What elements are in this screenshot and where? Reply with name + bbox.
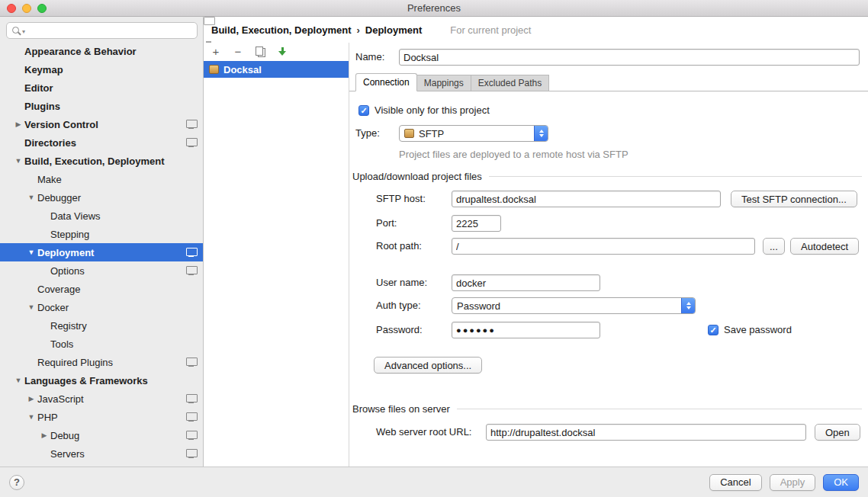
dropdown-stepper-icon bbox=[681, 298, 695, 313]
add-server-button[interactable]: + bbox=[210, 46, 222, 58]
settings-tree: Appearance & Behavior Keymap Editor Plug… bbox=[0, 42, 203, 463]
root-path-label: Root path: bbox=[376, 238, 422, 255]
plus-icon: + bbox=[213, 46, 220, 57]
sidebar-item-required-plugins[interactable]: Required Plugins bbox=[0, 353, 203, 371]
sidebar-item-label: Build, Execution, Deployment bbox=[24, 156, 164, 167]
current-project-icon bbox=[186, 266, 196, 275]
auth-type-label: Auth type: bbox=[376, 297, 421, 314]
current-project-icon bbox=[186, 394, 196, 403]
sidebar-item-directories[interactable]: Directories bbox=[0, 133, 203, 152]
import-server-button[interactable] bbox=[276, 46, 288, 58]
breadcrumb-section[interactable]: Build, Execution, Deployment bbox=[211, 24, 351, 36]
sidebar-item-label: JavaScript bbox=[37, 393, 84, 405]
type-select[interactable]: SFTP bbox=[399, 125, 548, 142]
sidebar-item-coverage[interactable]: Coverage bbox=[0, 280, 203, 298]
sidebar-item-label: Options bbox=[50, 265, 85, 277]
sidebar-item-data-views[interactable]: Data Views bbox=[0, 207, 203, 225]
collapse-arrow-icon[interactable]: ▼ bbox=[12, 377, 24, 384]
sidebar-item-options[interactable]: Options bbox=[0, 261, 203, 280]
apply-button[interactable]: Apply bbox=[770, 474, 816, 491]
footer-bar: ? Cancel Apply OK bbox=[0, 467, 868, 497]
sidebar-item-servers[interactable]: Servers bbox=[0, 444, 203, 463]
password-input[interactable] bbox=[452, 322, 600, 338]
sidebar-item-build-execution-deployment[interactable]: ▼Build, Execution, Deployment bbox=[0, 152, 203, 170]
web-root-label: Web server root URL: bbox=[376, 424, 471, 441]
server-list-item[interactable]: Docksal bbox=[204, 61, 349, 78]
zoom-window-button[interactable] bbox=[37, 4, 47, 13]
server-name: Docksal bbox=[223, 64, 262, 75]
collapse-arrow-icon[interactable]: ▼ bbox=[25, 194, 37, 201]
sidebar-item-label: Tools bbox=[50, 338, 73, 350]
sidebar-item-php[interactable]: ▼PHP bbox=[0, 408, 203, 426]
web-root-input[interactable] bbox=[486, 424, 806, 441]
sidebar-item-registry[interactable]: Registry bbox=[0, 316, 203, 335]
help-button[interactable]: ? bbox=[9, 475, 24, 490]
section-title: Upload/download project files bbox=[352, 171, 482, 182]
sftp-server-icon bbox=[209, 65, 219, 74]
checkbox-checked-icon[interactable]: ✓ bbox=[358, 105, 369, 116]
config-tabs: Connection Mappings Excluded Paths bbox=[349, 72, 868, 91]
breadcrumb-separator-icon: › bbox=[356, 24, 359, 36]
sidebar-item-label: Keymap bbox=[24, 64, 63, 75]
settings-search-input[interactable] bbox=[27, 24, 194, 37]
checkbox-checked-icon[interactable]: ✓ bbox=[708, 325, 719, 335]
sidebar-item-docker[interactable]: ▼Docker bbox=[0, 298, 203, 316]
tab-mappings[interactable]: Mappings bbox=[416, 75, 471, 91]
breadcrumb: Build, Execution, Deployment › Deploymen… bbox=[204, 17, 868, 43]
collapse-arrow-icon[interactable]: ▼ bbox=[25, 303, 37, 311]
sidebar-item-stepping[interactable]: Stepping bbox=[0, 225, 203, 243]
collapse-arrow-icon[interactable]: ▼ bbox=[25, 413, 37, 421]
sidebar-item-label: Deployment bbox=[37, 247, 94, 258]
tab-excluded-paths[interactable]: Excluded Paths bbox=[471, 75, 549, 91]
browse-section-header: Browse files on server bbox=[352, 402, 862, 415]
user-name-input[interactable] bbox=[452, 274, 600, 291]
ok-button[interactable]: OK bbox=[823, 474, 859, 491]
collapse-arrow-icon[interactable]: ▼ bbox=[12, 157, 24, 165]
sidebar-item-label: Servers bbox=[50, 448, 85, 460]
sidebar-item-appearance-behavior[interactable]: Appearance & Behavior bbox=[0, 42, 203, 60]
copy-server-button[interactable] bbox=[254, 46, 266, 58]
current-project-scope: For current project bbox=[436, 24, 531, 36]
current-project-icon bbox=[436, 25, 445, 34]
tab-connection[interactable]: Connection bbox=[355, 73, 417, 91]
current-project-icon bbox=[186, 248, 196, 257]
browse-root-path-button[interactable]: ... bbox=[763, 238, 785, 255]
settings-sidebar: ▾ Appearance & Behavior Keymap Editor Pl… bbox=[0, 17, 204, 467]
sidebar-item-languages-frameworks[interactable]: ▼Languages & Frameworks bbox=[0, 371, 203, 390]
settings-search[interactable]: ▾ bbox=[6, 22, 198, 39]
auth-type-select[interactable]: Password bbox=[452, 297, 696, 314]
sidebar-item-plugins[interactable]: Plugins bbox=[0, 97, 203, 115]
sidebar-item-deployment[interactable]: ▼Deployment bbox=[0, 243, 203, 261]
section-divider bbox=[489, 176, 862, 177]
close-window-button[interactable] bbox=[7, 4, 16, 13]
remove-server-button[interactable]: − bbox=[232, 46, 244, 58]
open-button[interactable]: Open bbox=[815, 424, 860, 441]
advanced-options-button[interactable]: Advanced options... bbox=[374, 357, 482, 374]
save-password-checkbox-row[interactable]: ✓ Save password bbox=[708, 324, 792, 335]
name-input[interactable] bbox=[399, 49, 860, 66]
sidebar-item-version-control[interactable]: ▶Version Control bbox=[0, 115, 203, 133]
visible-only-checkbox-row[interactable]: ✓ Visible only for this project bbox=[358, 104, 490, 116]
sidebar-item-editor[interactable]: Editor bbox=[0, 79, 203, 97]
collapse-arrow-icon[interactable]: ▼ bbox=[25, 248, 37, 256]
sidebar-item-javascript[interactable]: ▶JavaScript bbox=[0, 390, 203, 408]
expand-arrow-icon[interactable]: ▶ bbox=[38, 431, 50, 439]
sidebar-item-debugger[interactable]: ▼Debugger bbox=[0, 188, 203, 207]
sidebar-item-label: PHP bbox=[37, 412, 58, 423]
expand-arrow-icon[interactable]: ▶ bbox=[12, 120, 24, 128]
minimize-window-button[interactable] bbox=[22, 4, 31, 13]
sidebar-item-keymap[interactable]: Keymap bbox=[0, 60, 203, 79]
port-input[interactable] bbox=[452, 215, 501, 232]
expand-arrow-icon[interactable]: ▶ bbox=[25, 395, 37, 402]
sidebar-item-tools[interactable]: Tools bbox=[0, 335, 203, 353]
test-sftp-connection-button[interactable]: Test SFTP connection... bbox=[731, 191, 857, 207]
cancel-button[interactable]: Cancel bbox=[709, 474, 761, 491]
autodetect-button[interactable]: Autodetect bbox=[790, 238, 859, 255]
sidebar-item-label: Make bbox=[37, 174, 62, 185]
current-project-icon bbox=[186, 358, 196, 367]
sidebar-item-make[interactable]: Make bbox=[0, 170, 203, 188]
sidebar-item-debug[interactable]: ▶Debug bbox=[0, 426, 203, 444]
root-path-input[interactable] bbox=[452, 238, 755, 255]
sftp-icon bbox=[404, 129, 414, 138]
sftp-host-input[interactable] bbox=[452, 191, 721, 207]
